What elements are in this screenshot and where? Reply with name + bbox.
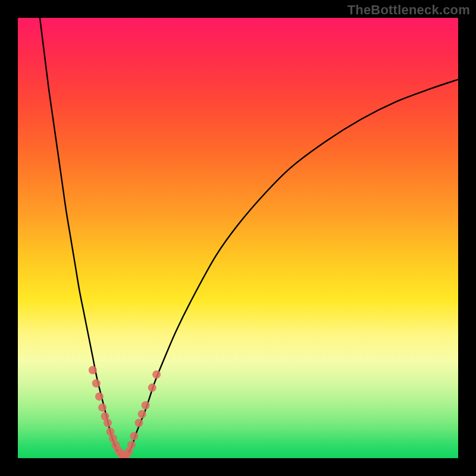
data-marker — [135, 419, 143, 427]
curve-svg — [18, 18, 458, 458]
data-marker — [152, 370, 161, 378]
data-marker — [95, 392, 104, 400]
data-marker — [130, 432, 138, 440]
data-marker — [104, 419, 112, 427]
watermark-text: TheBottleneck.com — [347, 2, 470, 18]
bottleneck-curve — [40, 18, 458, 458]
data-marker — [92, 379, 101, 387]
data-marker — [148, 384, 156, 392]
data-marker — [98, 403, 107, 412]
data-marker — [138, 410, 146, 418]
plot-area — [18, 18, 458, 458]
curve-markers — [89, 366, 161, 458]
data-marker — [142, 401, 150, 409]
data-marker — [127, 441, 136, 449]
chart-frame: TheBottleneck.com — [0, 0, 476, 476]
data-marker — [89, 366, 97, 374]
